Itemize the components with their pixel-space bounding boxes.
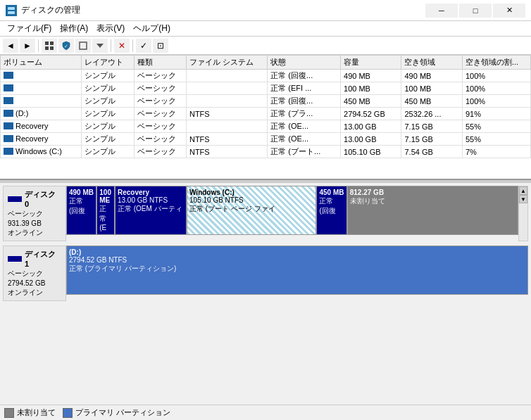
status-bar: 未割り当て プライマリ パーティション bbox=[0, 405, 531, 420]
table-row[interactable]: シンプルベーシック正常 (回復...450 MB450 MB100% bbox=[1, 95, 531, 108]
toolbar-btn-grid[interactable] bbox=[42, 39, 57, 53]
close-button[interactable]: ✕ bbox=[493, 4, 525, 18]
cell-type: ベーシック bbox=[135, 133, 187, 146]
partition-sub2: 正常 (プライマリ パーティション) bbox=[69, 264, 525, 274]
col-type[interactable]: 種類 bbox=[135, 56, 187, 70]
table-row[interactable]: Recoveryシンプルベーシック正常 (OE...13.00 GB7.15 G… bbox=[1, 120, 531, 133]
cell-fs: NTFS bbox=[186, 146, 267, 158]
minimize-button[interactable]: ─ bbox=[425, 4, 458, 18]
cell-capacity: 490 MB bbox=[341, 70, 401, 82]
svg-rect-5 bbox=[50, 46, 54, 50]
toolbar-btn-shield[interactable]: ✓ bbox=[58, 39, 74, 53]
cell-fs bbox=[186, 82, 267, 95]
cell-layout: シンプル bbox=[82, 108, 135, 120]
svg-marker-8 bbox=[96, 44, 104, 48]
cell-status: 正常 (OE... bbox=[268, 120, 341, 133]
partition-name: 100 ME bbox=[99, 189, 112, 204]
cell-capacity: 2794.52 GB bbox=[341, 108, 401, 120]
toolbar-btn-square[interactable]: ⊡ bbox=[153, 39, 168, 53]
table-row[interactable]: シンプルベーシック正常 (回復...490 MB490 MB100% bbox=[1, 70, 531, 82]
legend-unalloc-box bbox=[4, 408, 14, 418]
disk1-size: 2794.52 GB bbox=[8, 279, 61, 287]
legend-primary: プライマリ パーティション bbox=[63, 407, 170, 418]
disk1-name: ディスク 1 bbox=[25, 249, 61, 268]
cell-status: 正常 (ブート... bbox=[268, 146, 341, 158]
disk0-scroll-down[interactable]: ▼ bbox=[519, 195, 527, 203]
toolbar-forward[interactable]: ► bbox=[20, 39, 35, 53]
app-icon bbox=[6, 5, 17, 16]
svg-rect-1 bbox=[8, 11, 15, 14]
partition-name: 450 MB bbox=[319, 189, 344, 196]
cell-status: 正常 (回復... bbox=[268, 95, 341, 108]
partition[interactable]: 450 MB正常 (回復 bbox=[317, 186, 347, 234]
col-fs[interactable]: ファイル システム bbox=[186, 56, 267, 70]
disk1-type: ベーシック bbox=[8, 269, 61, 279]
menu-help[interactable]: ヘルプ(H) bbox=[129, 21, 175, 36]
title-bar: ディスクの管理 ─ □ ✕ bbox=[0, 0, 531, 21]
cell-free: 100 MB bbox=[401, 82, 462, 95]
partition-sub2: 正常 (ブート ページ ファイ bbox=[189, 204, 313, 214]
partition-sub: 正常 (回復 bbox=[319, 196, 344, 216]
partition-sub: 105.10 GB NTFS bbox=[189, 196, 313, 204]
cell-free-pct: 91% bbox=[462, 108, 530, 120]
partition-sub: 未割り当て bbox=[350, 196, 516, 206]
cell-free: 2532.26 ... bbox=[401, 108, 462, 120]
partition[interactable]: Windows (C:)105.10 GB NTFS正常 (ブート ページ ファ… bbox=[187, 186, 317, 234]
partition[interactable]: 100 ME正常 (E bbox=[97, 186, 115, 234]
table-row[interactable]: Windows (C:)シンプルベーシックNTFS正常 (ブート...105.1… bbox=[1, 146, 531, 158]
legend-unalloc-label: 未割り当て bbox=[17, 407, 56, 418]
toolbar-btn-box[interactable] bbox=[75, 39, 91, 53]
lower-pane: ディスク 0 ベーシック 931.39 GB オンライン 490 MB正常 (回… bbox=[0, 183, 531, 405]
partition-name: 490 MB bbox=[69, 189, 94, 196]
menu-view[interactable]: 表示(V) bbox=[92, 21, 129, 36]
main-container: ボリューム レイアウト 種類 ファイル システム 状態 容量 空き領域 空き領域… bbox=[0, 55, 531, 405]
table-row[interactable]: (D:)シンプルベーシックNTFS正常 (プラ...2794.52 GB2532… bbox=[1, 108, 531, 120]
col-status[interactable]: 状態 bbox=[268, 56, 341, 70]
cell-layout: シンプル bbox=[82, 70, 135, 82]
cell-volume bbox=[1, 70, 82, 82]
col-layout[interactable]: レイアウト bbox=[82, 56, 135, 70]
cell-type: ベーシック bbox=[135, 82, 187, 95]
svg-rect-0 bbox=[8, 7, 15, 10]
cell-status: 正常 (EFI ... bbox=[268, 82, 341, 95]
menu-action[interactable]: 操作(A) bbox=[56, 21, 92, 36]
col-capacity[interactable]: 容量 bbox=[341, 56, 401, 70]
col-free-pct[interactable]: 空き領域の割... bbox=[462, 56, 530, 70]
svg-rect-7 bbox=[80, 42, 87, 49]
col-volume[interactable]: ボリューム bbox=[1, 56, 82, 70]
cell-capacity: 100 MB bbox=[341, 82, 401, 95]
cell-free-pct: 7% bbox=[462, 146, 530, 158]
table-row[interactable]: シンプルベーシック正常 (EFI ...100 MB100 MB100% bbox=[1, 82, 531, 95]
table-row[interactable]: RecoveryシンプルベーシックNTFS正常 (OE...13.00 GB7.… bbox=[1, 133, 531, 146]
toolbar: ◄ ► ✓ ✕ ✓ ⊡ bbox=[0, 37, 531, 55]
partition-name: (D:) bbox=[69, 248, 525, 256]
disk0-scroll-up[interactable]: ▲ bbox=[519, 186, 527, 195]
upper-pane[interactable]: ボリューム レイアウト 種類 ファイル システム 状態 容量 空き領域 空き領域… bbox=[0, 55, 531, 180]
disk0-label: ディスク 0 ベーシック 931.39 GB オンライン bbox=[3, 186, 66, 241]
partition[interactable]: Recovery13.00 GB NTFS正常 (OEM パーティ bbox=[115, 186, 187, 234]
cell-free-pct: 55% bbox=[462, 120, 530, 133]
partition-name: 812.27 GB bbox=[350, 189, 516, 196]
title-controls: ─ □ ✕ bbox=[425, 4, 525, 18]
col-free[interactable]: 空き領域 bbox=[401, 56, 462, 70]
maximize-button[interactable]: □ bbox=[459, 4, 492, 18]
title-bar-left: ディスクの管理 bbox=[6, 4, 80, 16]
partition-sub2: 正常 (OEM パーティ bbox=[118, 204, 184, 214]
cell-volume bbox=[1, 82, 82, 95]
partition[interactable]: (D:)2794.52 GB NTFS正常 (プライマリ パーティション) bbox=[67, 246, 527, 294]
toolbar-back[interactable]: ◄ bbox=[3, 39, 18, 53]
disk0-scrollbar[interactable]: ▲ ▼ bbox=[518, 186, 528, 241]
cell-volume: Recovery bbox=[1, 133, 82, 146]
disk0-name: ディスク 0 bbox=[25, 189, 61, 208]
disk0-partitions: 490 MB正常 (回復100 ME正常 (ERecovery13.00 GB … bbox=[66, 186, 518, 235]
toolbar-btn-check[interactable]: ✓ bbox=[136, 39, 151, 53]
menu-file[interactable]: ファイル(F) bbox=[3, 21, 56, 36]
partition[interactable]: 490 MB正常 (回復 bbox=[67, 186, 97, 234]
cell-status: 正常 (OE... bbox=[268, 133, 341, 146]
toolbar-btn-delete[interactable]: ✕ bbox=[114, 39, 130, 53]
partition[interactable]: 812.27 GB未割り当て bbox=[348, 186, 518, 234]
cell-type: ベーシック bbox=[135, 108, 187, 120]
disk0-type: ベーシック bbox=[8, 209, 61, 219]
partition-sub: 13.00 GB NTFS bbox=[118, 196, 184, 204]
toolbar-btn-arrow[interactable] bbox=[92, 39, 108, 53]
